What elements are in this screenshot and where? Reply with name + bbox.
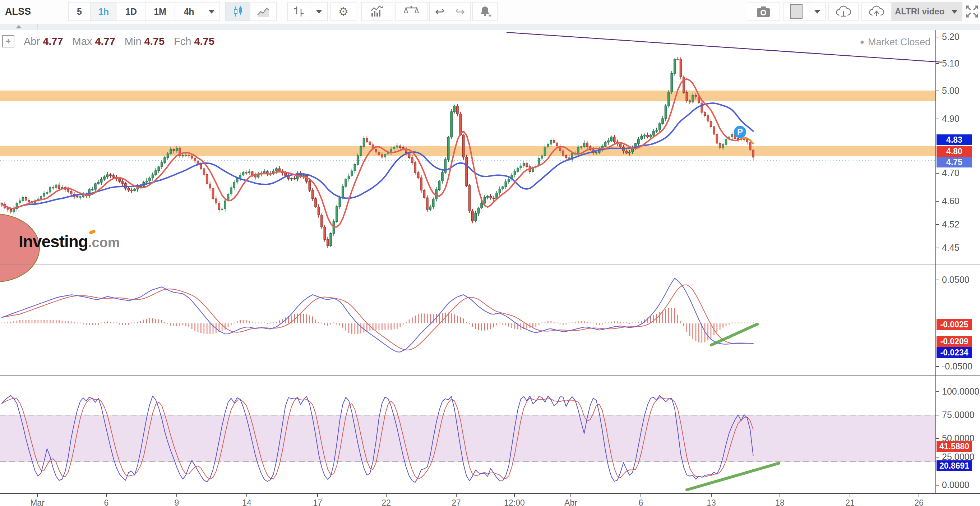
x-axis-label: 18 <box>775 498 784 506</box>
price-tick-label: 5.10 <box>942 58 978 68</box>
fullscreen-icon <box>966 5 978 18</box>
candlestick-chart-button[interactable] <box>225 2 250 21</box>
timeframe-5[interactable]: 5 <box>68 2 91 21</box>
x-axis-label: 17 <box>313 498 322 506</box>
axis-price-badge: 4.83 <box>937 134 972 145</box>
x-axis-label: 14 <box>242 498 251 506</box>
market-status-text: Market Closed <box>868 37 931 48</box>
add-instrument-button[interactable]: + <box>2 35 14 48</box>
cloud-download-icon <box>835 5 851 18</box>
x-axis-label: 12:00 <box>504 498 525 506</box>
save-chart-button[interactable] <box>861 2 892 21</box>
scales-icon <box>404 5 419 18</box>
x-axis-label: 6 <box>104 498 109 506</box>
open-label: Abr <box>24 36 40 48</box>
layout-dropdown-button[interactable] <box>809 2 826 21</box>
timeframe-1h[interactable]: 1h <box>90 2 117 21</box>
low-label: Min <box>125 36 142 48</box>
x-axis-label: 27 <box>452 498 461 506</box>
chevron-down-icon <box>951 10 958 14</box>
p-marker-badge[interactable]: P <box>734 126 746 138</box>
load-chart-button[interactable] <box>829 2 859 21</box>
x-axis-label: Mar <box>30 498 45 506</box>
axis-price-badge: 20.8691 <box>937 460 972 471</box>
chevron-down-icon <box>814 10 821 14</box>
x-axis-label: 26 <box>914 498 924 506</box>
price-tick-label: 4.60 <box>942 196 978 206</box>
gear-icon: ⚙ <box>339 5 348 18</box>
compare-button[interactable] <box>395 2 428 21</box>
fullscreen-button[interactable] <box>964 2 980 21</box>
price-tick-label: 0.0000 <box>942 480 978 490</box>
redo-button[interactable]: ↪ <box>450 2 471 21</box>
chevron-down-icon <box>316 10 322 14</box>
candlestick-icon <box>231 5 244 18</box>
axis-price-badge: 4.80 <box>937 146 972 157</box>
status-dot-icon: ● <box>860 38 864 46</box>
indicators-icon <box>370 5 384 18</box>
ohlc-bars-button[interactable] <box>287 2 310 21</box>
redo-icon: ↪ <box>455 5 465 18</box>
x-axis-label: 21 <box>845 498 854 506</box>
high-label: Max <box>73 36 92 48</box>
collapse-toolbar-button[interactable] <box>0 24 38 29</box>
add-alert-button[interactable] <box>473 2 498 21</box>
timeframe-dropdown-button[interactable] <box>203 2 220 21</box>
chart-type-dropdown-button[interactable] <box>310 2 328 21</box>
trading-chart-app: ALSS 5 1h 1D 1M 4h <box>0 0 980 506</box>
brand-suffix: .com <box>88 235 120 250</box>
x-axis-label: 22 <box>382 498 391 506</box>
brand-text: Investing <box>19 232 88 251</box>
indicators-button[interactable] <box>361 2 393 21</box>
price-tick-label: 75.0000 <box>942 410 978 420</box>
line-chart-icon <box>256 5 270 18</box>
price-tick-label: 100.0000 <box>942 386 978 397</box>
chevron-up-icon <box>16 25 22 29</box>
axis-price-badge: 41.5880 <box>937 441 972 452</box>
axis-price-badge: 4.75 <box>937 157 972 167</box>
undo-icon: ↩ <box>435 5 444 18</box>
axis-price-badge: -0.0209 <box>937 336 972 347</box>
x-axis-label: 6 <box>639 498 643 506</box>
snapshot-button[interactable] <box>747 2 780 21</box>
settings-button[interactable]: ⚙ <box>331 2 356 21</box>
price-tick-label: 5.20 <box>942 32 978 42</box>
toolbar: ALSS 5 1h 1D 1M 4h <box>0 0 980 24</box>
close-value: 4.75 <box>194 36 214 48</box>
market-status: ●Market Closed <box>819 37 931 48</box>
undo-button[interactable]: ↩ <box>429 2 450 21</box>
ohlc-bars-icon <box>293 5 305 18</box>
price-tick-label: 5.00 <box>942 86 978 96</box>
x-axis-label: 13 <box>706 498 716 506</box>
chevron-down-icon <box>208 10 215 14</box>
video-button[interactable]: ALTRI video <box>892 2 947 21</box>
price-tick-label: 0.0500 <box>942 275 978 285</box>
high-value: 4.77 <box>95 36 115 48</box>
close-label: Fch <box>174 36 191 48</box>
bell-plus-icon <box>478 5 492 18</box>
price-tick-label: 4.70 <box>942 168 978 178</box>
cloud-upload-icon <box>869 5 885 18</box>
price-tick-label: -0.0500 <box>942 361 978 372</box>
video-dropdown-button[interactable] <box>947 2 963 21</box>
investing-watermark: Investing.com <box>19 232 120 251</box>
chart-canvas[interactable] <box>0 0 980 506</box>
line-chart-button[interactable] <box>250 2 277 21</box>
price-tick-label: 4.52 <box>942 219 978 230</box>
toolbar-collapse-strip <box>0 24 980 30</box>
camera-icon <box>756 5 770 18</box>
low-value: 4.75 <box>145 36 164 48</box>
timeframe-4h[interactable]: 4h <box>175 2 203 21</box>
timeframe-1m[interactable]: 1M <box>145 2 175 21</box>
ohlc-legend: + Abr 4.77 Max 4.77 Min 4.75 Fch 4.75 <box>2 35 215 48</box>
open-value: 4.77 <box>43 36 63 48</box>
symbol-label: ALSS <box>5 2 31 21</box>
axis-price-badge: -0.0234 <box>937 347 972 358</box>
layout-button[interactable] <box>783 2 809 21</box>
timeframe-1d[interactable]: 1D <box>117 2 145 21</box>
price-tick-label: 4.45 <box>942 243 978 253</box>
chart-drawing[interactable] <box>0 0 980 506</box>
price-tick-label: 4.90 <box>942 113 978 124</box>
x-axis-label: 9 <box>175 498 179 506</box>
x-axis-label: Abr <box>564 498 577 506</box>
